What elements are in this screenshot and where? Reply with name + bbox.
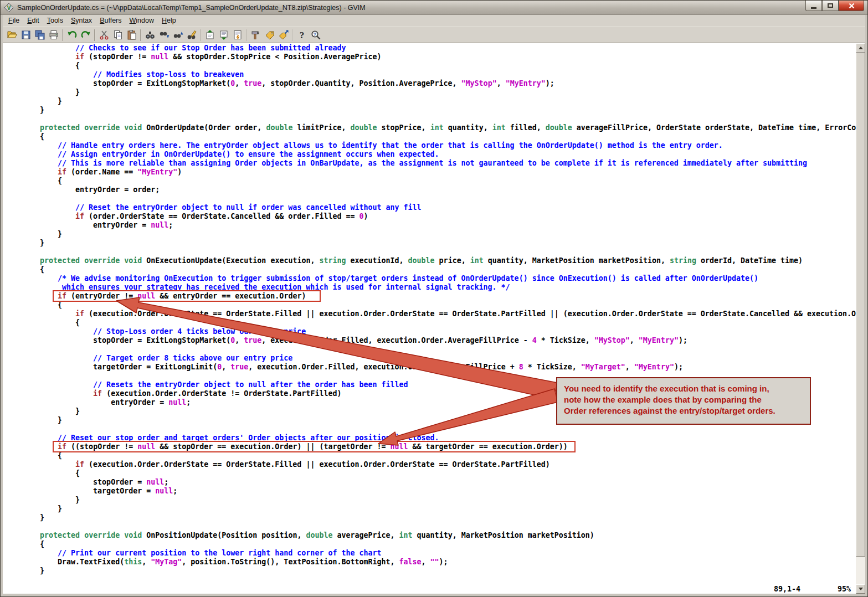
save-file-icon[interactable] — [19, 28, 33, 42]
code-line: stopOrder = ExitLongStopMarket(0, true, … — [4, 79, 856, 88]
run-script-icon[interactable] — [230, 28, 244, 42]
code-line: { — [4, 61, 856, 70]
menu-syntax[interactable]: Syntax — [67, 16, 96, 26]
help-icon[interactable]: ? — [295, 28, 309, 42]
annotation-highlight-box-entry — [53, 290, 321, 302]
tag-jump-icon[interactable] — [276, 28, 290, 42]
code-line: Draw.TextFixed(this, "MyTag", position.T… — [4, 558, 856, 567]
print-icon[interactable] — [47, 28, 60, 42]
code-line: { — [4, 265, 856, 274]
annotation-callout: You need to identify the execution that … — [556, 377, 811, 425]
code-line: { — [4, 177, 856, 186]
gvim-app-icon: V — [4, 3, 14, 13]
menu-window[interactable]: Window — [126, 16, 158, 26]
copy-icon[interactable] — [111, 28, 125, 42]
close-button[interactable] — [839, 1, 864, 11]
minimize-button[interactable] — [805, 1, 822, 11]
scroll-down-button[interactable] — [856, 584, 865, 594]
menu-file[interactable]: File — [4, 16, 23, 26]
toolbar-separator — [246, 29, 247, 41]
menu-help[interactable]: Help — [158, 16, 180, 26]
arrow-down-icon — [859, 588, 863, 590]
toolbar-separator — [62, 29, 63, 41]
code-line: if (stopOrder != null && stopOrder.StopP… — [4, 53, 856, 61]
maximize-button[interactable] — [822, 1, 839, 11]
code-line: } — [4, 567, 856, 575]
code-line: } — [4, 97, 856, 106]
menu-buffers[interactable]: Buffers — [96, 16, 125, 26]
menu-tools[interactable]: Tools — [43, 16, 67, 26]
svg-text:V: V — [7, 5, 11, 11]
code-line: } — [4, 505, 856, 513]
code-line: } — [4, 513, 856, 522]
code-line: targetOrder = null; — [4, 487, 856, 496]
svg-text:?: ? — [313, 32, 316, 37]
toolbar-separator — [140, 29, 141, 41]
code-line: // Checks to see if our Stop Order has b… — [4, 44, 856, 53]
run-ctags-icon[interactable] — [263, 28, 276, 42]
svg-text:?: ? — [299, 30, 304, 40]
scrollbar-thumb[interactable] — [856, 53, 865, 557]
make-icon[interactable] — [249, 28, 263, 42]
menu-edit[interactable]: Edit — [23, 16, 43, 26]
code-area[interactable]: // Checks to see if our Stop Order has b… — [3, 43, 856, 594]
code-line: protected override void OnPositionUpdate… — [4, 531, 856, 540]
code-line: // Assign entryOrder in OnOrderUpdate() … — [4, 150, 856, 159]
code-line: if (order.OrderState == OrderState.Cance… — [4, 212, 856, 221]
code-line: } — [4, 88, 856, 97]
open-file-icon[interactable] — [5, 28, 19, 42]
save-all-icon[interactable] — [33, 28, 47, 42]
save-session-icon[interactable] — [217, 28, 230, 42]
code-line: { — [4, 451, 856, 460]
ruler-position: 89,1-4 — [774, 585, 800, 593]
code-line: { — [4, 132, 856, 141]
maximize-icon — [828, 3, 833, 8]
arrow-up-icon — [859, 47, 863, 49]
code-line: { — [4, 301, 856, 310]
code-line: entryOrder = null; — [4, 221, 856, 230]
code-line: if (order.Name == "MyEntry") — [4, 168, 856, 177]
code-line — [4, 194, 856, 203]
toolbar-separator — [292, 29, 293, 41]
scrollbar[interactable] — [856, 43, 865, 594]
code-line: protected override void OnExecutionUpdat… — [4, 256, 856, 265]
toolbar: ?? — [3, 27, 865, 43]
scroll-up-button[interactable] — [856, 43, 865, 53]
window-frame: FileEditToolsSyntaxBuffersWindowHelp ?? … — [1, 15, 867, 596]
menubar: FileEditToolsSyntaxBuffersWindowHelp — [3, 15, 865, 27]
title-bar[interactable]: V SampleOnOrderUpdate.cs = (~\AppData\Lo… — [1, 1, 867, 15]
code-line: } — [4, 106, 856, 115]
replace-icon[interactable] — [184, 28, 198, 42]
find-help-icon[interactable]: ? — [309, 28, 322, 42]
paste-icon[interactable] — [125, 28, 138, 42]
editor: // Checks to see if our Stop Order has b… — [3, 43, 865, 594]
close-icon — [849, 3, 855, 9]
code-line: if (execution.Order.OrderState == OrderS… — [4, 460, 856, 469]
scrollbar-track[interactable] — [856, 53, 865, 584]
redo-icon[interactable] — [79, 28, 93, 42]
code-line: stopOrder = null; — [4, 478, 856, 487]
load-session-icon[interactable] — [203, 28, 217, 42]
cut-icon[interactable] — [97, 28, 111, 42]
code-line: { — [4, 540, 856, 549]
code-line: // This is more reliable than assigning … — [4, 159, 856, 168]
code-line: { — [4, 469, 856, 478]
code-line: /* We advise monitoring OnExecution to t… — [4, 274, 856, 283]
toolbar-separator — [200, 29, 201, 41]
annotation-highlight-box-stop-target — [53, 441, 576, 452]
callout-line: note how the example does that by compar… — [564, 394, 803, 405]
code-line — [4, 345, 856, 354]
code-line: entryOrder = order; — [4, 186, 856, 194]
ruler-scroll-percent: 95% — [838, 585, 851, 593]
find-next-icon[interactable] — [157, 28, 171, 42]
window-title: SampleOnOrderUpdate.cs = (~\AppData\Loca… — [17, 4, 366, 12]
callout-text: You need to identify the execution that … — [564, 383, 803, 416]
undo-icon[interactable] — [65, 28, 79, 42]
callout-line: Order references against the entry/stop/… — [564, 405, 803, 416]
code-line: // Reset the entryOrder object to null i… — [4, 203, 856, 212]
find-icon[interactable] — [143, 28, 157, 42]
code-line: } — [4, 230, 856, 239]
code-line — [4, 425, 856, 434]
code-line — [4, 522, 856, 531]
find-prev-icon[interactable] — [171, 28, 184, 42]
